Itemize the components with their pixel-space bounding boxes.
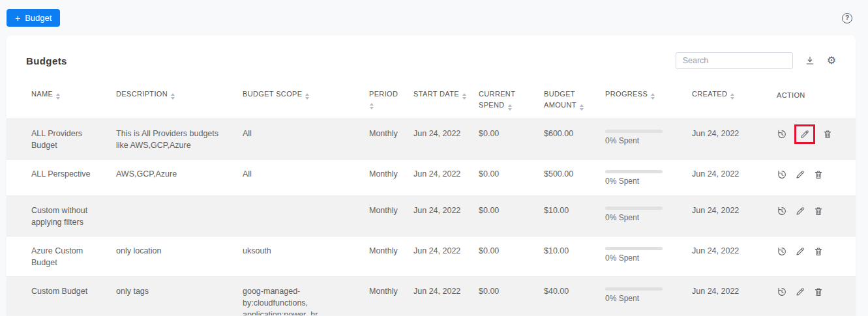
- budget-scope: goog-managed-by:cloudfunctions, applicat…: [243, 285, 369, 315]
- table-row: ALL Providers Budget This is All Provide…: [7, 119, 856, 160]
- sort-icon: [56, 93, 60, 100]
- edit-icon[interactable]: [795, 206, 805, 216]
- budget-scope: All: [243, 128, 369, 151]
- budget-created: Jun 24, 2022: [692, 205, 777, 228]
- edit-icon[interactable]: [800, 129, 810, 139]
- sort-icon: [370, 103, 403, 109]
- budget-start-date: Jun 24, 2022: [413, 285, 479, 315]
- budget-description: only tags: [116, 285, 243, 315]
- budget-description: This is All Providers budgets like AWS,G…: [116, 128, 243, 151]
- sort-icon: [508, 104, 512, 111]
- budget-start-date: Jun 24, 2022: [413, 245, 479, 268]
- budget-current-spend: $0.00: [479, 205, 544, 228]
- page-title: Budgets: [26, 55, 67, 66]
- progress-bar: [605, 247, 663, 250]
- column-header-start-date[interactable]: START DATE: [413, 89, 479, 111]
- history-icon[interactable]: [777, 287, 787, 297]
- column-header-description[interactable]: DESCRIPTION: [116, 89, 243, 111]
- budget-description: only location: [116, 245, 243, 268]
- budget-start-date: Jun 24, 2022: [413, 168, 479, 187]
- budget-created: Jun 24, 2022: [692, 168, 777, 187]
- topbar: + Budget ?: [0, 0, 868, 27]
- plus-icon: +: [15, 14, 20, 23]
- budget-name: ALL Perspective: [31, 168, 116, 187]
- delete-icon[interactable]: [813, 169, 824, 180]
- column-header-period[interactable]: PERIOD: [369, 89, 413, 111]
- progress-bar: [605, 207, 663, 210]
- action-cell: [777, 205, 856, 228]
- table-row: Custom Budget only tags goog-managed-by:…: [7, 277, 856, 315]
- column-header-budget-amount[interactable]: BUDGET AMOUNT: [544, 89, 605, 111]
- table-row: Azure Custom Budget only location uksout…: [7, 237, 856, 277]
- download-icon[interactable]: [805, 55, 815, 66]
- history-icon[interactable]: [777, 206, 787, 216]
- progress-label: 0% Spent: [605, 293, 681, 304]
- card-header: Budgets ⚙: [7, 35, 856, 79]
- progress-bar: [605, 130, 663, 133]
- budget-current-spend: $0.00: [479, 128, 544, 151]
- budget-period: Monthly: [369, 285, 413, 315]
- column-header-action: ACTION: [777, 89, 856, 111]
- progress-bar: [605, 170, 663, 173]
- edit-icon[interactable]: [795, 246, 805, 257]
- budget-period: Monthly: [369, 205, 413, 228]
- budgets-card: Budgets ⚙ NAME DESCRIPTION BUDGET SCOPE …: [7, 35, 856, 315]
- gear-icon[interactable]: ⚙: [827, 55, 836, 66]
- column-header-name[interactable]: NAME: [31, 89, 116, 111]
- sort-icon: [462, 93, 466, 100]
- progress-cell: 0% Spent: [605, 168, 692, 187]
- history-icon[interactable]: [777, 129, 787, 139]
- sort-icon: [651, 93, 655, 100]
- column-header-created[interactable]: CREATED: [692, 89, 777, 111]
- budget-amount: $10.00: [544, 245, 605, 268]
- help-icon[interactable]: ?: [842, 13, 852, 23]
- sort-icon: [730, 93, 734, 100]
- delete-icon[interactable]: [822, 129, 833, 139]
- progress-label: 0% Spent: [605, 212, 681, 223]
- budget-start-date: Jun 24, 2022: [413, 128, 479, 151]
- budget-start-date: Jun 24, 2022: [413, 205, 479, 228]
- budget-amount: $10.00: [544, 205, 605, 228]
- budget-scope: All: [243, 168, 369, 187]
- budget-period: Monthly: [369, 128, 413, 151]
- history-icon[interactable]: [777, 246, 787, 257]
- sort-icon: [171, 93, 175, 100]
- sort-icon: [580, 104, 584, 111]
- help-glyph: ?: [845, 14, 849, 22]
- add-budget-button[interactable]: + Budget: [7, 9, 60, 27]
- history-icon[interactable]: [777, 169, 787, 180]
- budget-name: Custom without applying filters: [31, 205, 116, 228]
- budget-scope: [243, 205, 369, 228]
- budget-amount: $500.00: [544, 168, 605, 187]
- column-header-current-spend[interactable]: CURRENT SPEND: [479, 89, 544, 111]
- delete-icon[interactable]: [813, 206, 824, 216]
- progress-label: 0% Spent: [605, 253, 681, 264]
- table-header-row: NAME DESCRIPTION BUDGET SCOPE PERIOD STA…: [7, 79, 856, 119]
- edit-icon[interactable]: [795, 169, 805, 180]
- table-controls: ⚙: [676, 52, 836, 69]
- budget-amount: $600.00: [544, 128, 605, 151]
- budget-created: Jun 24, 2022: [692, 285, 777, 315]
- budget-current-spend: $0.00: [479, 168, 544, 187]
- budget-name: ALL Providers Budget: [31, 128, 116, 151]
- sort-icon: [305, 93, 309, 100]
- budget-current-spend: $0.00: [479, 285, 544, 315]
- delete-icon[interactable]: [813, 246, 824, 257]
- search-input[interactable]: [676, 52, 793, 69]
- table-row: ALL Perspective AWS,GCP,Azure All Monthl…: [7, 160, 856, 195]
- budget-current-spend: $0.00: [479, 245, 544, 268]
- budget-description: AWS,GCP,Azure: [116, 168, 243, 187]
- column-header-progress[interactable]: PROGRESS: [605, 89, 692, 111]
- budget-amount: $40.00: [544, 285, 605, 315]
- progress-label: 0% Spent: [605, 136, 681, 147]
- action-cell: [777, 168, 856, 187]
- progress-cell: 0% Spent: [605, 245, 692, 268]
- edit-icon[interactable]: [795, 287, 805, 297]
- progress-bar: [605, 287, 663, 291]
- budget-created: Jun 24, 2022: [692, 128, 777, 151]
- action-cell: [777, 245, 856, 268]
- action-cell: [777, 285, 856, 315]
- delete-icon[interactable]: [813, 287, 824, 297]
- column-header-budget-scope[interactable]: BUDGET SCOPE: [243, 89, 369, 111]
- progress-cell: 0% Spent: [605, 205, 692, 228]
